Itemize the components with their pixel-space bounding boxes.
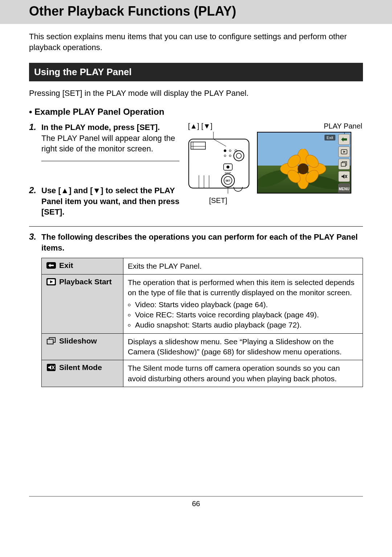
footer-rule [29, 496, 363, 497]
panel-slideshow-icon [338, 159, 350, 170]
page-title: Other Playback Functions (PLAY) [29, 4, 363, 19]
table-row-exit: Exit Exits the PLAY Panel. [42, 258, 363, 274]
step-1-sub: The PLAY Panel will appear along the rig… [41, 133, 179, 154]
panel-playback-icon [338, 146, 350, 157]
table-row-slideshow: Slideshow Displays a slideshow menu. See… [42, 333, 363, 360]
slideshow-desc: Displays a slideshow menu. See “Playing … [123, 333, 363, 360]
slideshow-icon [46, 337, 56, 345]
step-3: The following describes the operations y… [29, 232, 363, 387]
playback-desc: The operation that is performed when thi… [123, 274, 363, 333]
svg-text:SET: SET [225, 179, 230, 182]
panel-exit-icon [338, 134, 350, 145]
example-heading-text: Example PLAY Panel Operation [34, 107, 164, 117]
exit-desc: Exits the PLAY Panel. [123, 258, 363, 274]
play-panel-side-icons: MENU [338, 134, 349, 194]
svg-rect-37 [341, 163, 346, 166]
step-2-head: Use [▲] and [▼] to select the PLAY Panel… [41, 185, 190, 217]
play-panel-table: Exit Exits the PLAY Panel. Playback Star… [41, 258, 363, 387]
exit-overlay-label: Exit [324, 135, 335, 141]
play-panel-label: PLAY Panel [324, 122, 362, 130]
playback-start-icon [46, 278, 56, 286]
silent-mode-icon [46, 363, 56, 371]
playback-label: Playback Start [59, 277, 112, 286]
svg-point-33 [298, 163, 309, 174]
intro-paragraph: This section explains menu items that yo… [29, 31, 363, 53]
playback-lead: The operation that is performed when thi… [128, 278, 355, 297]
table-row-playback: Playback Start The operation that is per… [42, 274, 363, 333]
silent-desc: The Silent mode turns off camera operati… [123, 360, 363, 387]
silent-label: Silent Mode [59, 363, 102, 372]
page-number: 66 [29, 500, 363, 508]
steps-list-continued: The following describes the operations y… [29, 232, 363, 387]
table-row-silent: Silent Mode The Silent mode turns off ca… [42, 360, 363, 387]
panel-menu-icon: MENU [338, 183, 350, 194]
step-divider-full [29, 226, 363, 227]
svg-marker-35 [343, 151, 346, 153]
step-2: Use [▲] and [▼] to select the PLAY Panel… [29, 185, 190, 217]
play-panel-preview: Exit [257, 132, 351, 194]
example-heading: • Example PLAY Panel Operation [29, 107, 363, 117]
step-3-head: The following describes the operations y… [41, 232, 363, 253]
set-label: [SET] [209, 196, 362, 205]
section-lead: Pressing [SET] in the PLAY mode will dis… [29, 88, 363, 99]
svg-point-12 [226, 166, 229, 168]
svg-point-4 [224, 150, 226, 152]
manual-page: Other Playback Functions (PLAY) This sec… [0, 0, 392, 557]
page-title-bar: Other Playback Functions (PLAY) [0, 0, 392, 24]
flower-icon [279, 149, 327, 189]
exit-label: Exit [59, 261, 73, 270]
camera-diagram: DISP SET [188, 132, 250, 194]
slideshow-label: Slideshow [59, 337, 97, 345]
playback-bullet-2: Voice REC: Starts voice recording playba… [135, 310, 358, 320]
panel-silent-icon [338, 171, 350, 182]
figure-block: [▲] [▼] PLAY Panel [188, 122, 362, 205]
step-divider [41, 161, 179, 161]
arrows-label: [▲] [▼] [188, 122, 212, 130]
svg-rect-46 [47, 339, 53, 344]
bullet: • [29, 107, 32, 117]
playback-bullet-1: Video: Starts video playback (page 64). [135, 300, 358, 310]
section-heading: Using the PLAY Panel [29, 63, 363, 81]
steps-list: In the PLAY mode, press [SET]. The PLAY … [29, 122, 363, 217]
step-1-head: In the PLAY mode, press [SET]. [41, 122, 179, 133]
exit-icon [46, 261, 56, 269]
playback-bullet-3: Audio snapshot: Starts audio playback (p… [135, 320, 358, 330]
